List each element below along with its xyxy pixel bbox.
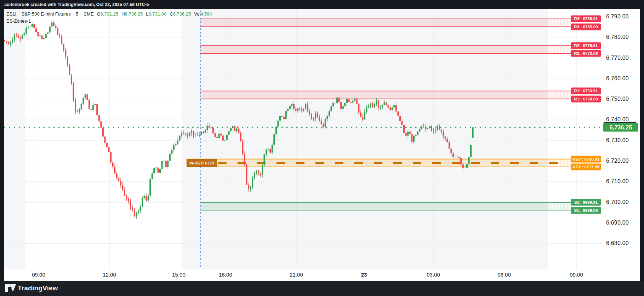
- volume-label: Vol: [194, 11, 200, 17]
- time-axis-label: 15:00: [172, 272, 186, 278]
- price-axis-label: 6,770.00: [606, 55, 639, 61]
- legend-separator: ·: [80, 11, 81, 17]
- tradingview-logo-icon[interactable]: [5, 284, 17, 294]
- volume-value: 4.59K: [200, 11, 212, 17]
- zone-badge-r1-upper[interactable]: R1': 6753.91: [571, 88, 601, 94]
- time-axis-label: 09:00: [32, 272, 45, 278]
- zone-badge-s1-lower[interactable]: S1.: 6696.09: [571, 207, 601, 214]
- price-axis-label: 6,790.00: [606, 13, 639, 20]
- low-value: 6,731.00: [149, 11, 167, 17]
- legend-separator: ·: [18, 11, 19, 17]
- current-price-badge[interactable]: 6,736.25: [603, 123, 638, 132]
- zone-badge-r3-upper[interactable]: R3': 6788.91: [571, 16, 601, 22]
- symbol-legend[interactable]: ES1!·S&P 500 E-mini Futures·5·CMEO6,731.…: [6, 11, 212, 17]
- time-axis-label: 18:00: [219, 272, 232, 278]
- low-label: L: [146, 11, 148, 17]
- zone-badge-s1-upper[interactable]: S1': 6699.91: [571, 199, 601, 206]
- legend-separator: ·: [73, 11, 74, 17]
- candlestick-chart[interactable]: [0, 0, 644, 296]
- open-value: 6,731.25: [101, 11, 119, 17]
- zone-badge-r3-lower[interactable]: R3.: 6785.09: [571, 23, 601, 30]
- time-axis-label: 03:00: [427, 272, 440, 278]
- open-label: O: [97, 11, 101, 17]
- time-axis-label: 23: [361, 272, 367, 278]
- price-axis-label: 6,720.00: [606, 158, 639, 164]
- zone-badge-r2-lower[interactable]: R2.: 6772.09: [571, 50, 601, 57]
- tradingview-brand-text[interactable]: TradingView: [18, 284, 58, 292]
- zone-badge-r2-upper[interactable]: R2': 6775.91: [571, 42, 601, 49]
- price-axis-label: 6,760.00: [606, 75, 639, 82]
- zone-badge-r1-lower[interactable]: R1.: 6750.09: [571, 95, 601, 102]
- price-axis-label: 6,700.00: [606, 199, 639, 205]
- close-value: 6,736.25: [173, 11, 191, 17]
- price-axis-label: 6,780.00: [606, 34, 639, 40]
- price-axis-label: 6,680.00: [606, 240, 639, 246]
- high-label: H: [121, 11, 125, 17]
- legend-interval[interactable]: 5: [76, 11, 78, 17]
- close-label: C: [170, 11, 173, 17]
- wkey-level-label[interactable]: W-KEY: 6719: [187, 159, 217, 167]
- indicator-legend-es-zones[interactable]: ES-Zones-1: [6, 18, 31, 24]
- legend-exchange: CME: [84, 11, 94, 17]
- time-axis-label: 12:00: [103, 272, 116, 278]
- tradingview-footer: TradingView: [0, 281, 644, 296]
- time-axis-label: 21:00: [290, 272, 303, 278]
- price-axis-label: 6,730.00: [606, 137, 639, 144]
- price-axis-label: 6,690.00: [606, 220, 639, 226]
- price-axis-label: 6,710.00: [606, 178, 639, 185]
- zone-badge-key-lower[interactable]: KEY.: 6717.09: [571, 164, 601, 170]
- zone-badge-key-upper[interactable]: KEY': 6720.91: [571, 156, 601, 162]
- candlestick-series: [4, 20, 474, 219]
- time-axis-label: 09:00: [570, 272, 583, 278]
- legend-symbol-name[interactable]: S&P 500 E-mini Futures: [22, 11, 71, 17]
- high-value: 6,736.25: [125, 11, 143, 17]
- legend-symbol[interactable]: ES1!: [6, 11, 16, 17]
- time-axis-label: 06:00: [497, 272, 511, 278]
- price-axis-label: 6,750.00: [606, 96, 639, 102]
- tradingview-snapshot: auitenbroek created with TradingView.com…: [0, 0, 644, 296]
